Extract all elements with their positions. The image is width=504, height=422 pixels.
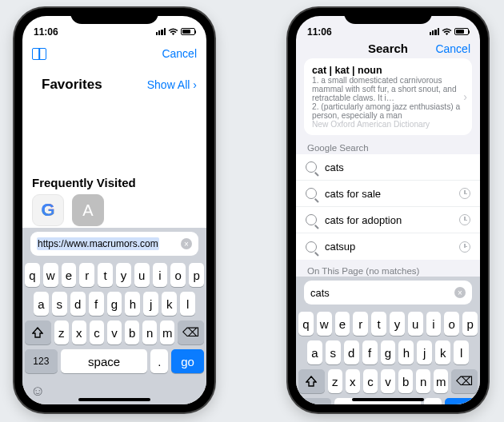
- search-field[interactable]: cats ×: [304, 281, 472, 305]
- key-f[interactable]: f: [89, 292, 104, 316]
- key-v[interactable]: v: [107, 320, 122, 344]
- key-v[interactable]: v: [381, 369, 395, 393]
- notch: [70, 8, 158, 24]
- notch: [344, 8, 432, 24]
- key-a[interactable]: a: [34, 292, 49, 316]
- key-s[interactable]: s: [52, 292, 67, 316]
- key-x[interactable]: x: [346, 369, 360, 393]
- key-j[interactable]: j: [143, 292, 158, 316]
- dot-key[interactable]: .: [150, 349, 168, 373]
- shift-key[interactable]: [298, 369, 325, 393]
- chevron-right-icon: ›: [193, 78, 197, 91]
- delete-key[interactable]: ⌫: [451, 369, 478, 393]
- key-s[interactable]: s: [326, 340, 341, 364]
- freq-tile-generic[interactable]: A: [72, 194, 104, 226]
- key-w[interactable]: w: [43, 263, 58, 287]
- key-n[interactable]: n: [416, 369, 430, 393]
- bookmarks-icon[interactable]: [32, 48, 46, 60]
- go-key[interactable]: go: [445, 398, 478, 404]
- chevron-right-icon: ›: [463, 90, 467, 103]
- key-u[interactable]: u: [134, 263, 150, 287]
- key-t[interactable]: t: [98, 263, 113, 287]
- clear-icon[interactable]: ×: [454, 287, 466, 298]
- key-e[interactable]: e: [62, 263, 77, 287]
- dict-headword: cat | kat | noun: [312, 65, 382, 76]
- key-b[interactable]: b: [398, 369, 413, 393]
- shift-key[interactable]: [25, 320, 51, 344]
- cancel-button[interactable]: Cancel: [435, 42, 470, 55]
- history-icon: [459, 188, 470, 199]
- key-q[interactable]: q: [25, 263, 40, 287]
- suggestions-list: catscats for salecats for adoptioncatsup: [296, 154, 480, 260]
- frequently-visited-heading: Frequently Visited: [22, 176, 206, 193]
- suggestion-row[interactable]: cats for adoption: [296, 207, 480, 233]
- url-value: https://www.macrumors.com: [37, 237, 159, 250]
- key-r[interactable]: r: [353, 312, 368, 336]
- key-i[interactable]: i: [153, 263, 168, 287]
- keyboard: qwertyuiop asdfghjkl zxcvbnm ⌫ 123 space…: [296, 309, 480, 404]
- key-y[interactable]: y: [390, 312, 405, 336]
- history-icon: [459, 241, 470, 253]
- key-p[interactable]: p: [462, 312, 478, 336]
- numbers-key[interactable]: 123: [298, 398, 331, 404]
- key-b[interactable]: b: [125, 320, 139, 344]
- freq-tile-google[interactable]: G: [32, 194, 64, 226]
- key-j[interactable]: j: [417, 340, 432, 364]
- dictionary-card[interactable]: cat | kat | noun 1. a small domesticated…: [304, 58, 472, 135]
- show-all-button[interactable]: Show All ›: [147, 78, 197, 91]
- numbers-key[interactable]: 123: [25, 349, 58, 373]
- key-l[interactable]: l: [180, 292, 195, 316]
- dot-key[interactable]: .: [424, 398, 442, 404]
- cancel-button[interactable]: Cancel: [162, 47, 197, 60]
- key-g[interactable]: g: [107, 292, 122, 316]
- dict-source: New Oxford American Dictionary: [312, 120, 430, 129]
- key-c[interactable]: c: [90, 320, 104, 344]
- signal-icon: [430, 28, 439, 35]
- key-m[interactable]: m: [160, 320, 174, 344]
- key-h[interactable]: h: [125, 292, 140, 316]
- key-n[interactable]: n: [142, 320, 157, 344]
- key-g[interactable]: g: [381, 340, 396, 364]
- key-k[interactable]: k: [435, 340, 450, 364]
- key-w[interactable]: w: [317, 312, 332, 336]
- key-c[interactable]: c: [363, 369, 378, 393]
- go-key[interactable]: go: [171, 349, 204, 373]
- delete-key[interactable]: ⌫: [178, 320, 204, 344]
- suggestion-row[interactable]: cats for sale: [296, 181, 480, 207]
- battery-icon: [181, 28, 195, 35]
- key-z[interactable]: z: [54, 320, 69, 344]
- search-icon: [306, 214, 317, 225]
- key-r[interactable]: r: [79, 263, 94, 287]
- key-d[interactable]: d: [344, 340, 359, 364]
- search-icon: [306, 241, 317, 253]
- key-row-3: zxcvbnm: [54, 320, 175, 344]
- key-f[interactable]: f: [362, 340, 378, 364]
- key-a[interactable]: a: [307, 340, 322, 364]
- key-row-3b: zxcvbnm: [328, 369, 449, 393]
- key-i[interactable]: i: [426, 312, 442, 336]
- key-x[interactable]: x: [72, 320, 86, 344]
- key-e[interactable]: e: [335, 312, 350, 336]
- key-row-2b: asdfghjkl: [298, 340, 478, 364]
- key-z[interactable]: z: [328, 369, 342, 393]
- suggestion-row[interactable]: cats: [296, 154, 480, 181]
- space-key[interactable]: space: [61, 349, 148, 373]
- key-o[interactable]: o: [444, 312, 459, 336]
- suggestion-row[interactable]: catsup: [296, 233, 480, 260]
- key-d[interactable]: d: [70, 292, 86, 316]
- key-t[interactable]: t: [371, 312, 386, 336]
- key-h[interactable]: h: [398, 340, 414, 364]
- key-o[interactable]: o: [170, 263, 186, 287]
- key-p[interactable]: p: [189, 263, 204, 287]
- key-l[interactable]: l: [454, 340, 469, 364]
- key-k[interactable]: k: [162, 292, 177, 316]
- key-u[interactable]: u: [408, 312, 423, 336]
- home-indicator[interactable]: [78, 398, 150, 401]
- key-m[interactable]: m: [434, 369, 448, 393]
- home-indicator[interactable]: [352, 398, 424, 401]
- key-y[interactable]: y: [116, 263, 131, 287]
- url-field[interactable]: https://www.macrumors.com ×: [30, 232, 198, 256]
- signal-icon: [156, 28, 166, 35]
- key-q[interactable]: q: [298, 312, 314, 336]
- clear-icon[interactable]: ×: [181, 238, 192, 249]
